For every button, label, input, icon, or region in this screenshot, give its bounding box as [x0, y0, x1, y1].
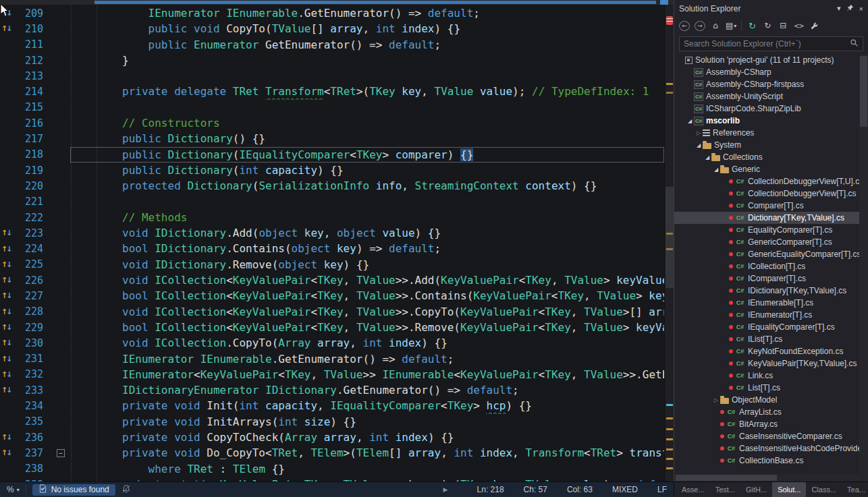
- tree-vscrollbar-thumb[interactable]: [860, 56, 867, 127]
- tree-item-link-cs[interactable]: C#Link.cs: [674, 370, 868, 382]
- panel-tab-tea[interactable]: Tea...: [842, 482, 868, 497]
- chevron-expanded-icon[interactable]: ◢: [703, 154, 711, 160]
- code-area[interactable]: ↑↓209 IEnumerator IEnumerable.GetEnumera…: [0, 5, 664, 481]
- tree-item-collectiondebuggerview-t-u-cs[interactable]: C#CollectionDebuggerView[T,U].cs: [674, 175, 868, 187]
- tree-item-icomparer-t-cs[interactable]: C#IComparer[T].cs: [674, 272, 868, 285]
- home-icon[interactable]: ⌂: [710, 20, 721, 32]
- sync-with-active-document-icon[interactable]: ↻: [747, 20, 757, 32]
- issues-indicator[interactable]: No issues found: [32, 484, 115, 496]
- implements-glyph-icon[interactable]: ↑↓: [0, 245, 13, 254]
- editor-vscrollbar[interactable]: [664, 5, 674, 481]
- editor-top-scrollbar[interactable]: [0, 0, 674, 5]
- notifications-muted-icon[interactable]: [121, 484, 131, 496]
- tree-item-generic[interactable]: ◢Generic: [674, 163, 868, 175]
- hscrollbar-thumb[interactable]: [94, 1, 656, 4]
- code-text[interactable]: private static KeyValuePair<TKey, TValue…: [70, 477, 664, 481]
- code-text[interactable]: void ICollection.CopyTo(Array array, int…: [70, 335, 447, 351]
- zoom-control[interactable]: %▾: [7, 485, 20, 494]
- forward-icon[interactable]: →: [695, 21, 705, 31]
- implements-glyph-icon[interactable]: ↑↓: [0, 448, 13, 457]
- properties-wrench-icon[interactable]: [809, 20, 819, 32]
- code-text[interactable]: public Enumerator GetEnumerator() => def…: [70, 37, 441, 53]
- code-text[interactable]: // Constructors: [70, 115, 220, 131]
- tree-item-icsharpcode-sharpziplib[interactable]: C#ICSharpCode.SharpZipLib: [674, 103, 868, 115]
- tree-item-system[interactable]: ◢System: [674, 139, 868, 151]
- implements-glyph-icon[interactable]: ↑↓: [0, 339, 13, 347]
- tree-item-genericequalitycomparer-t-cs[interactable]: C#GenericEqualityComparer[T].cs: [674, 248, 868, 260]
- line-indicator[interactable]: Ln: 218: [477, 485, 504, 494]
- tree-item-solution-project-gui-11-of-11-projects[interactable]: Solution 'project-gui' (11 of 11 project…: [674, 54, 868, 66]
- implements-glyph-icon[interactable]: ↑↓: [0, 276, 13, 285]
- search-icon[interactable]: [850, 38, 859, 50]
- collapse-all-icon[interactable]: ⊟: [778, 20, 788, 32]
- tree-item-dictionary-tkey-tvalue-cs[interactable]: C#Dictionary[TKey,TValue].cs: [674, 212, 868, 224]
- pin-icon[interactable]: [846, 4, 854, 13]
- tree-item-iequalitycomparer-t-cs[interactable]: C#IEqualityComparer[T].cs: [674, 321, 868, 333]
- code-text[interactable]: where TRet : TElem {}: [70, 461, 285, 477]
- tree-item-collectiondebuggerview-t-cs[interactable]: C#CollectionDebuggerView[T].cs: [674, 187, 868, 200]
- search-input[interactable]: [684, 39, 847, 49]
- panel-options-caret-icon[interactable]: ▾: [837, 4, 841, 13]
- vscrollbar-thumb[interactable]: [666, 187, 674, 288]
- code-text[interactable]: public Dictionary() {}: [70, 131, 265, 146]
- char-indicator[interactable]: Ch: 57: [524, 485, 547, 494]
- view-mode-icon[interactable]: ▤▾: [726, 20, 736, 32]
- tree-item-references[interactable]: ▷References: [674, 127, 868, 139]
- code-text[interactable]: private void CopyToCheck(Array array, in…: [70, 430, 454, 445]
- code-text[interactable]: public Dictionary(IEqualityComparer<TKey…: [70, 147, 473, 163]
- code-text[interactable]: IDictionaryEnumerator IDictionary.GetEnu…: [70, 382, 519, 398]
- tree-item-objectmodel[interactable]: ▷ObjectModel: [674, 394, 868, 406]
- panel-tab-solut[interactable]: Solut...: [772, 482, 806, 497]
- eol-indicator[interactable]: LF: [657, 485, 667, 494]
- code-text[interactable]: IEnumerator IEnumerable.GetEnumerator() …: [70, 5, 480, 21]
- code-text[interactable]: // Methods: [70, 210, 187, 225]
- tree-item-collections[interactable]: ◢Collections: [674, 151, 868, 163]
- panel-tab-asse[interactable]: Asse...: [676, 482, 710, 497]
- tree-item-arraylist-cs[interactable]: C#ArrayList.cs: [674, 406, 868, 418]
- implements-glyph-icon[interactable]: ↑↓: [0, 9, 13, 18]
- code-text[interactable]: bool IDictionary.Contains(object key) =>…: [70, 241, 441, 256]
- implements-glyph-icon[interactable]: ↑↓: [0, 260, 13, 269]
- close-icon[interactable]: ×: [859, 5, 863, 13]
- implements-glyph-icon[interactable]: ↑↓: [0, 308, 13, 316]
- panel-tab-test[interactable]: Test...: [710, 482, 740, 497]
- implements-glyph-icon[interactable]: ↑↓: [0, 433, 13, 442]
- code-text[interactable]: public void CopyTo(TValue[] array, int i…: [70, 21, 460, 36]
- tree-item-icollection-t-cs[interactable]: C#ICollection[T].cs: [674, 260, 868, 272]
- tree-item-assembly-unityscript[interactable]: C#Assembly-UnityScript: [674, 90, 868, 103]
- tree-item-list-t-cs[interactable]: C#List[T].cs: [674, 382, 868, 394]
- chevron-expanded-icon[interactable]: ◢: [712, 167, 720, 173]
- tree-hscrollbar-thumb[interactable]: [676, 475, 777, 481]
- code-text[interactable]: bool ICollection<KeyValuePair<TKey, TVal…: [70, 288, 664, 303]
- tree-item-keynotfoundexception-cs[interactable]: C#KeyNotFoundException.cs: [674, 345, 868, 357]
- code-text[interactable]: bool ICollection<KeyValuePair<TKey, TVal…: [70, 320, 664, 335]
- implements-glyph-icon[interactable]: ↑↓: [0, 370, 13, 379]
- document-health-error-icon[interactable]: [666, 16, 673, 25]
- tree-item-assembly-csharp-firstpass[interactable]: C#Assembly-CSharp-firstpass: [674, 78, 868, 90]
- indent-mode-indicator[interactable]: MIXED: [612, 485, 638, 494]
- tree-item-collectionbase-cs[interactable]: C#CollectionBase.cs: [674, 455, 868, 467]
- implements-glyph-icon[interactable]: ↑↓: [0, 24, 13, 33]
- panel-tab-class[interactable]: Class...: [806, 482, 842, 497]
- code-text[interactable]: void ICollection<KeyValuePair<TKey, TVal…: [70, 272, 664, 288]
- tree-item-equalitycomparer-t-cs[interactable]: C#EqualityComparer[T].cs: [674, 224, 868, 236]
- implements-glyph-icon[interactable]: ↑↓: [0, 291, 13, 300]
- tree-item-caseinsensitivehashcodeprovider-cs[interactable]: C#CaseInsensitiveHashCodeProvider.cs: [674, 442, 868, 455]
- code-text[interactable]: private delegate TRet Transform<TRet>(TK…: [70, 84, 649, 99]
- tree-item-keyvaluepair-tkey-tvalue-cs[interactable]: C#KeyValuePair[TKey,TValue].cs: [674, 357, 868, 370]
- implements-glyph-icon[interactable]: ↑↓: [0, 323, 13, 332]
- code-text[interactable]: private void InitArrays(int size) {}: [70, 414, 356, 430]
- tree-item-assembly-csharp[interactable]: C#Assembly-CSharp: [674, 66, 868, 78]
- tree-item-mscorlib[interactable]: ◢C#mscorlib: [674, 115, 868, 127]
- code-text[interactable]: void IDictionary.Remove(object key) {}: [70, 257, 369, 272]
- tree-item-bitarray-cs[interactable]: C#BitArray.cs: [674, 418, 868, 430]
- tree-item-caseinsensitivecomparer-cs[interactable]: C#CaseInsensitiveComparer.cs: [674, 430, 868, 442]
- code-text[interactable]: protected Dictionary(SerializationInfo i…: [70, 178, 597, 194]
- code-text[interactable]: IEnumerator IEnumerable.GetEnumerator() …: [70, 351, 454, 367]
- code-text[interactable]: }: [70, 53, 129, 68]
- code-text[interactable]: void ICollection<KeyValuePair<TKey, TVal…: [70, 304, 664, 320]
- tree-item-ienumerator-t-cs[interactable]: C#IEnumerator[T].cs: [674, 309, 868, 321]
- hscrollbar-end-button[interactable]: [660, 0, 668, 5]
- tree-item-ienumerable-t-cs[interactable]: C#IEnumerable[T].cs: [674, 297, 868, 309]
- panel-tab-gith[interactable]: GitH...: [740, 482, 772, 497]
